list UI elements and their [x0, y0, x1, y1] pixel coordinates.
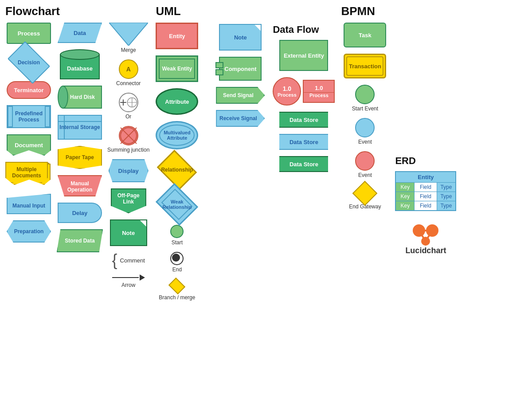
- erd-field-3: Field: [415, 201, 437, 210]
- uml-shape-weakentity: Weak Entity: [156, 55, 198, 82]
- erd-key-3: Key: [396, 201, 415, 210]
- uml-col1: Entity Weak Entity Attribute Multivalued…: [156, 23, 198, 301]
- merge-label: Merge: [121, 47, 136, 53]
- erd-section: ERD Entity Key Field Type Key Field Type…: [392, 4, 459, 301]
- erd-type-2: Type: [437, 192, 456, 201]
- uml2-shape-component: Component: [219, 57, 262, 81]
- uml2-sendsignal-shape[interactable]: Send Signal: [216, 87, 265, 104]
- or-label: Or: [125, 114, 131, 120]
- uml2-shape-note: Note: [219, 24, 262, 51]
- uml-end-label: End: [172, 266, 182, 273]
- df-process-rect-num: 1.0: [304, 85, 334, 93]
- offpage-shape[interactable]: Off-Page Link: [111, 188, 146, 213]
- df-shape-datastore1: Data Store: [279, 112, 328, 128]
- summing-shape[interactable]: [119, 126, 138, 145]
- bpmn-task-shape[interactable]: Task: [344, 23, 386, 47]
- hd-text[interactable]: Hard Disk: [63, 86, 102, 109]
- relationship-container: Relationship: [157, 156, 197, 184]
- uml-entity-shape[interactable]: Entity: [156, 23, 198, 49]
- uml-attribute-shape[interactable]: Attribute: [156, 88, 198, 115]
- uml-start-shape[interactable]: [170, 225, 184, 238]
- bpmn-gateway-shape[interactable]: [352, 181, 378, 206]
- preparation-shape[interactable]: Preparation: [7, 220, 51, 243]
- lucidchart-logo-svg: [406, 222, 446, 246]
- uml-shape-end: End: [170, 252, 184, 273]
- arrow-shape: [112, 274, 145, 281]
- bpmn-shape-gateway: End Gateway: [349, 184, 381, 210]
- df-process-rect[interactable]: 1.0 Process: [303, 80, 335, 103]
- manualinput-shape[interactable]: Manual Input: [7, 194, 51, 214]
- uml-shape-weakrel: Weak Relationship: [157, 190, 197, 219]
- shape-manualop: Manual Operation: [58, 175, 102, 196]
- bpmn-event-blue-shape[interactable]: [355, 118, 375, 137]
- intstorage-shape[interactable]: Internal Storage: [58, 115, 102, 140]
- branch-diamond[interactable]: [168, 278, 185, 294]
- df-datastore2-shape[interactable]: Data Store: [279, 134, 328, 150]
- bpmn-event-red-label: Event: [358, 172, 372, 178]
- flowchart-title: Flowchart: [5, 4, 149, 18]
- db-text[interactable]: Database: [60, 57, 100, 79]
- df-process-num: 1.0: [283, 85, 291, 92]
- df-datastore3-shape[interactable]: Data Store: [279, 156, 328, 172]
- bpmn-event-red-shape[interactable]: [355, 151, 375, 171]
- or-shape[interactable]: [119, 93, 138, 112]
- manualop-shape[interactable]: Manual Operation: [58, 175, 102, 196]
- connector-label: Connector: [116, 80, 141, 86]
- df-process-wrap: 1.0 Process 1.0 Process: [273, 77, 335, 106]
- shape-storeddata: Stored Data: [57, 229, 103, 252]
- shape-connector: A Connector: [116, 59, 141, 86]
- weakrel-text[interactable]: Weak Relationship: [157, 190, 197, 219]
- shape-arrow: Arrow: [112, 274, 145, 288]
- arrow-head: [140, 274, 145, 281]
- predefined-shape[interactable]: Predefined Process: [7, 105, 51, 128]
- erd-type-3: Type: [437, 201, 456, 210]
- bpmn-title: BPMN: [341, 4, 389, 18]
- terminator-shape[interactable]: Terminator: [7, 81, 51, 99]
- uml2-component-shape[interactable]: Component: [219, 57, 262, 81]
- uml-shape-relationship: Relationship: [157, 156, 197, 184]
- merge-svg[interactable]: [109, 23, 148, 46]
- uml-end-container: [170, 252, 184, 265]
- process-shape[interactable]: Process: [7, 23, 51, 44]
- df-extentity-shape[interactable]: External Entity: [279, 40, 328, 71]
- uml2-note-shape[interactable]: Note: [219, 24, 262, 51]
- note-shape[interactable]: Note: [110, 219, 147, 246]
- bpmn-transaction-shape[interactable]: Transaction: [344, 54, 386, 78]
- uml-col2-section: Note Component Send Signal Receive Signa…: [211, 4, 269, 301]
- df-process-circle[interactable]: 1.0 Process: [273, 77, 301, 106]
- decision-text[interactable]: Decision: [11, 50, 47, 75]
- shape-predefined: Predefined Process: [7, 105, 51, 128]
- flowchart-col2: Data Database Hard Disk: [57, 23, 103, 288]
- document-shape[interactable]: Document: [7, 134, 51, 156]
- relationship-text[interactable]: Relationship: [157, 156, 197, 184]
- delay-shape[interactable]: Delay: [58, 203, 102, 223]
- connector-shape[interactable]: A: [119, 59, 138, 79]
- erd-table: Entity Key Field Type Key Field Type Key…: [395, 171, 456, 211]
- display-shape[interactable]: Display: [109, 159, 149, 182]
- bpmn-shape-start: Start Event: [352, 85, 378, 112]
- shape-display: Display: [109, 159, 149, 182]
- storeddata-shape[interactable]: Stored Data: [57, 229, 103, 252]
- uml-start-label: Start: [172, 239, 183, 246]
- dataflow-col: External Entity 1.0 Process 1.0 Process: [273, 40, 335, 172]
- uml-section: UML Entity Weak Entity Attribute Multiva…: [153, 4, 211, 301]
- comment-text: Comment: [120, 257, 145, 264]
- shape-papertape: Paper Tape: [58, 146, 102, 169]
- uml-multivalued-shape[interactable]: Multivalued Attribute: [156, 121, 198, 149]
- papertape-shape[interactable]: Paper Tape: [58, 146, 102, 169]
- shape-delay: Delay: [58, 203, 102, 223]
- or-svg: [127, 94, 137, 111]
- data-shape[interactable]: Data: [58, 23, 102, 43]
- df-datastore1-shape[interactable]: Data Store: [279, 112, 328, 128]
- erd-key-1: Key: [396, 183, 415, 192]
- erd-field-1: Field: [415, 183, 437, 192]
- bpmn-start-shape[interactable]: [355, 85, 375, 104]
- uml2-receivesignal-shape[interactable]: Receive Signal: [216, 110, 265, 127]
- uml-weakentity-shape[interactable]: Weak Entity: [156, 55, 198, 82]
- df-shape-process: 1.0 Process 1.0 Process: [273, 77, 335, 106]
- decision-container: Decision: [11, 50, 47, 75]
- branch-label: Branch / merge: [159, 294, 195, 301]
- bpmn-shape-event-blue: Event: [355, 118, 375, 145]
- uml-shape-attribute: Attribute: [156, 88, 198, 115]
- shape-process: Process: [7, 23, 51, 44]
